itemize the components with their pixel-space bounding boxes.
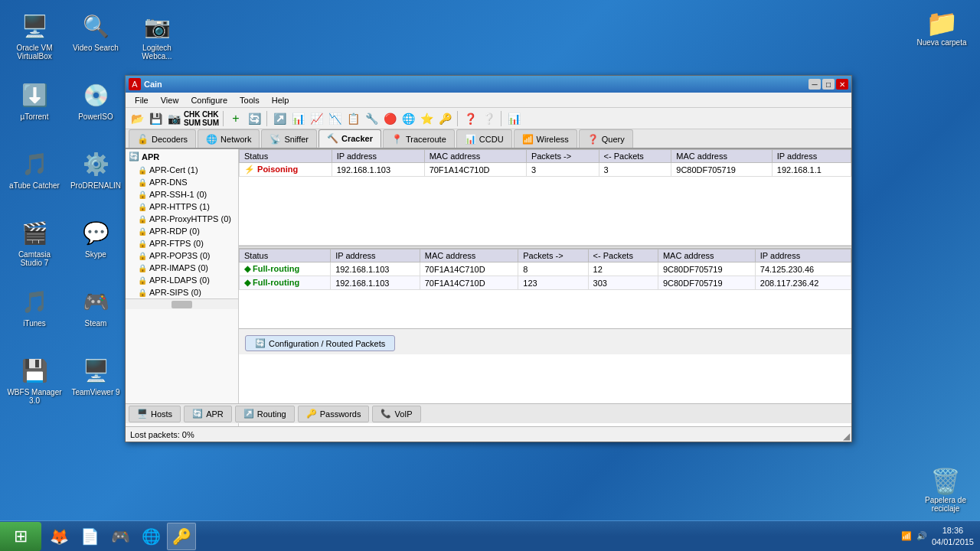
window-controls: ─ □ ✕ — [808, 79, 848, 90]
menu-tools[interactable]: Tools — [234, 95, 266, 106]
minimize-button[interactable]: ─ — [808, 79, 821, 90]
tab-cracker[interactable]: 🔨 Cracker — [318, 129, 381, 148]
sidebar-item-proxyhttps[interactable]: 🔒 APR-ProxyHTTPS (0) — [126, 213, 238, 225]
desktop-icon-itunes[interactable]: 🎵 iTunes — [4, 283, 65, 331]
sidebar-item-ftps[interactable]: 🔒 APR-FTPS (0) — [126, 237, 238, 249]
status-text: Lost packets: 0% — [130, 430, 194, 439]
desktop-icon-utorrent[interactable]: ⬇️ µTorrent — [4, 77, 65, 124]
tab-decoders[interactable]: 🔓 Decoders — [129, 129, 196, 148]
col-ip2-1: IP address — [772, 150, 851, 163]
sidebar-root-apr[interactable]: 🔄 APR — [126, 149, 238, 164]
bottom-tab-apr[interactable]: 🔄 APR — [184, 406, 232, 422]
table-row[interactable]: ⚡ Poisoning 192.168.1.103 70F1A14C710D 3… — [240, 163, 851, 177]
taskbar-icon-firefox[interactable]: 🦊 — [44, 523, 74, 550]
ldaps-icon: 🔒 — [138, 276, 147, 285]
bottom-tab-hosts[interactable]: 🖥️ Hosts — [129, 406, 181, 422]
tb-sniff4[interactable]: 📋 — [345, 110, 361, 127]
tb-config1[interactable]: CHKSUM — [184, 110, 201, 127]
desktop-icons-container: 🖥️ Oracle VM VirtualBox 🔍 Video Search 📷… — [0, 0, 15, 490]
tb-sniff7[interactable]: 🌐 — [400, 110, 416, 127]
tb-sniff8[interactable]: ⭐ — [418, 110, 435, 127]
start-button[interactable]: ⊞ — [0, 522, 41, 551]
tb-sniff1[interactable]: 📊 — [289, 110, 306, 127]
tb-sep1 — [223, 111, 224, 126]
bottom-tab-passwords[interactable]: 🔑 Passwords — [298, 406, 370, 422]
menu-view[interactable]: View — [155, 95, 185, 106]
desktop-icon-virtualbox[interactable]: 🖥️ Oracle VM VirtualBox — [4, 8, 65, 64]
tab-query[interactable]: ❓ Query — [579, 129, 633, 148]
desktop-icon-poweriso[interactable]: 💿 PowerISO — [65, 77, 126, 124]
tb-config2[interactable]: CHKSUM — [202, 110, 219, 127]
desktop-icon-videosearch[interactable]: 🔍 Video Search — [65, 8, 126, 55]
resize-handle[interactable]: ◢ — [841, 431, 851, 442]
config-tab-bar: 🔄 Configuration / Routed Packets — [239, 328, 851, 354]
taskbar-time: 18:36 — [932, 525, 974, 536]
menu-configure[interactable]: Configure — [185, 95, 234, 106]
sidebar-item-cert[interactable]: 🔒 APR-Cert (1) — [126, 164, 238, 176]
tb-help2[interactable]: ❔ — [480, 110, 497, 127]
tab-ccdu[interactable]: 📊 CCDU — [456, 129, 512, 148]
desktop-icon-teamviewer[interactable]: 🖥️ TeamViewer 9 — [65, 352, 126, 399]
sidebar-item-ssh[interactable]: 🔒 APR-SSH-1 (0) — [126, 188, 238, 201]
sidebar-item-dns[interactable]: 🔒 APR-DNS — [126, 176, 238, 188]
tb-open[interactable]: 📂 — [129, 110, 145, 127]
tb-add[interactable]: + — [227, 110, 244, 127]
table-row[interactable]: ◆ Full-routing 192.168.1.103 70F1A14C710… — [240, 262, 851, 276]
utorrent-label: µTorrent — [21, 112, 49, 121]
tb-sniff5[interactable]: 🔧 — [363, 110, 380, 127]
menu-help[interactable]: Help — [266, 95, 296, 106]
ip2-cell: 208.117.236.42 — [755, 276, 851, 290]
tb-sniff3[interactable]: 📉 — [326, 110, 343, 127]
menu-file[interactable]: File — [129, 95, 155, 106]
desktop-icon-prodrenalin[interactable]: ⚙️ ProDRENALIN — [65, 145, 126, 193]
sidebar-item-imaps[interactable]: 🔒 APR-IMAPS (0) — [126, 262, 238, 274]
tb-help1[interactable]: ❓ — [462, 110, 479, 127]
tab-sniffer[interactable]: 📡 Sniffer — [261, 129, 317, 148]
pkts-in-cell: 303 — [588, 276, 658, 290]
desktop-icon-trash[interactable]: 🗑️ Papelera de reciclaje — [919, 467, 972, 513]
tb-capture[interactable]: 📷 — [165, 110, 182, 127]
maximize-button[interactable]: □ — [822, 79, 835, 90]
table-row[interactable]: ◆ Full-routing 192.168.1.103 70F1A14C710… — [240, 276, 851, 290]
tb-arrow[interactable]: ↗️ — [271, 110, 288, 127]
col-ip1-1: IP address — [332, 150, 424, 163]
toolbar: 📂 💾 📷 CHKSUM CHKSUM + 🔄 ↗️ 📊 📈 📉 📋 🔧 🔴 🌐… — [126, 108, 851, 129]
desktop-icon-camtasia[interactable]: 🎬 Camtasia Studio 7 — [4, 214, 65, 270]
query-icon: ❓ — [587, 134, 599, 145]
config-tab[interactable]: 🔄 Configuration / Routed Packets — [245, 335, 395, 351]
sidebar-item-sips[interactable]: 🔒 APR-SIPS (0) — [126, 286, 238, 298]
tb-sniff9[interactable]: 🔑 — [436, 110, 453, 127]
sidebar-scrollbar[interactable] — [126, 298, 238, 309]
tb-sniff6[interactable]: 🔴 — [381, 110, 398, 127]
tb-save[interactable]: 💾 — [147, 110, 164, 127]
bottom-data-table: Status IP address MAC address Packets ->… — [239, 249, 851, 290]
sidebar-item-ldaps[interactable]: 🔒 APR-LDAPS (0) — [126, 274, 238, 286]
trash-label: Papelera de reciclaje — [919, 496, 972, 513]
desktop-icon-logitech[interactable]: 📷 Logitech Webca... — [126, 8, 188, 64]
desktop-icon-wbfs[interactable]: 💾 WBFS Manager 3.0 — [4, 352, 65, 408]
taskbar-icon-acrobat[interactable]: 📄 — [75, 523, 104, 550]
tb-sniff2[interactable]: 📈 — [308, 110, 325, 127]
sidebar-item-https[interactable]: 🔒 APR-HTTPS (1) — [126, 201, 238, 213]
content-area: 🔄 APR 🔒 APR-Cert (1) 🔒 APR-DNS 🔒 APR-SSH… — [126, 149, 851, 439]
tab-network[interactable]: 🌐 Network — [198, 129, 260, 148]
taskbar-icon-ie[interactable]: 🌐 — [136, 523, 165, 550]
taskbar-icon-steam[interactable]: 🎮 — [106, 523, 135, 550]
desktop-icon-skype[interactable]: 💬 Skype — [65, 214, 126, 262]
sidebar-item-rdp[interactable]: 🔒 APR-RDP (0) — [126, 225, 238, 237]
pop3s-icon: 🔒 — [138, 252, 147, 260]
taskbar-icon-cain[interactable]: 🔑 — [167, 523, 196, 550]
tb-stats[interactable]: 📊 — [505, 110, 522, 127]
desktop-icon-atube[interactable]: 🎵 aTube Catcher — [4, 145, 65, 193]
tab-wireless[interactable]: 📶 Wireless — [514, 129, 577, 148]
desktop-icon-steam[interactable]: 🎮 Steam — [65, 283, 126, 331]
teamviewer-icon: 🖥️ — [80, 355, 111, 386]
bottom-tab-voip[interactable]: 📞 VoIP — [372, 406, 420, 422]
close-button[interactable]: ✕ — [836, 79, 848, 90]
tab-traceroute[interactable]: 📍 Traceroute — [383, 129, 455, 148]
desktop-icon-nueva-carpeta[interactable]: 📁 Nueva carpeta — [911, 8, 972, 47]
sidebar-item-pop3s[interactable]: 🔒 APR-POP3S (0) — [126, 249, 238, 262]
bottom-tab-routing[interactable]: ↗️ Routing — [235, 406, 295, 422]
imaps-icon: 🔒 — [138, 264, 147, 272]
tb-refresh[interactable]: 🔄 — [246, 110, 263, 127]
